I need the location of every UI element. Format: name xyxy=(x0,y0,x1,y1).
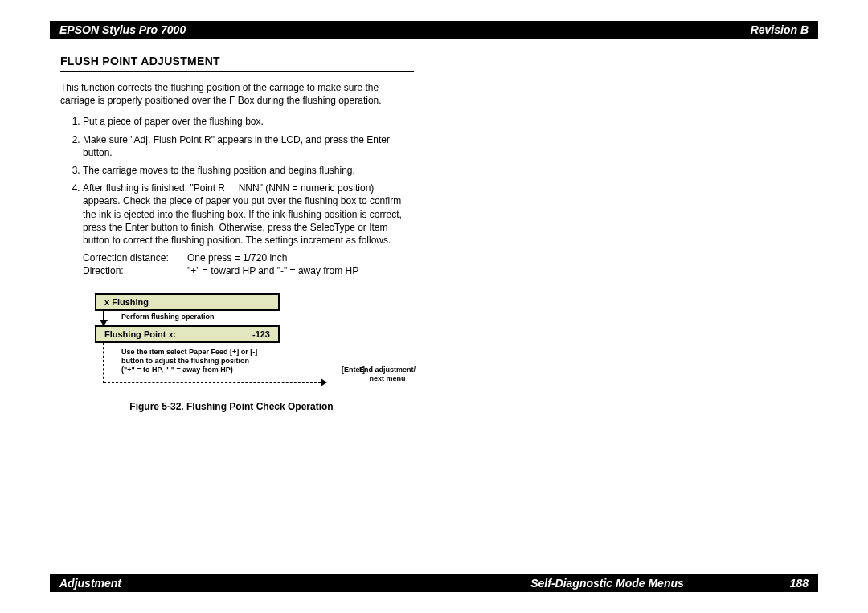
connector-line: Perform flushing operation xyxy=(103,311,416,325)
step-item: The carriage moves to the flushing posit… xyxy=(83,164,414,177)
footer-title: Self-Diagnostic Mode Menus xyxy=(424,577,789,590)
dashed-connector: Use the item select Paper Feed [+] or [-… xyxy=(103,343,416,383)
correction-label: Correction distance: xyxy=(83,251,187,264)
section-intro: This function corrects the flushing posi… xyxy=(60,81,414,107)
header-product: EPSON Stylus Pro 7000 xyxy=(59,23,751,36)
footer-section: Adjustment xyxy=(59,577,424,590)
step-item: Make sure "Adj. Flush Point R" appears i… xyxy=(83,133,414,159)
page-header: EPSON Stylus Pro 7000 Revision B xyxy=(50,21,818,39)
main-content: FLUSH POINT ADJUSTMENT This function cor… xyxy=(60,50,414,277)
note-line: button to adjust the flushing position xyxy=(121,357,249,365)
arrow-right-icon xyxy=(321,378,327,386)
note-line: ("+" = to HP, "-" = away from HP) xyxy=(121,366,233,374)
adjust-note: Use the item select Paper Feed [+] or [-… xyxy=(121,348,290,374)
end-label: End adjustment/ next menu xyxy=(359,366,416,383)
footer-page-number: 188 xyxy=(790,577,809,590)
header-revision: Revision B xyxy=(751,23,809,36)
step-item: Put a piece of paper over the flushing b… xyxy=(83,115,414,128)
lcd-text: x Flushing xyxy=(104,297,270,307)
steps-list: Put a piece of paper over the flushing b… xyxy=(60,115,414,247)
correction-value: One press = 1/720 inch xyxy=(187,251,414,264)
section-title: FLUSH POINT ADJUSTMENT xyxy=(60,50,414,72)
operation-note: Perform flushing operation xyxy=(121,313,215,321)
settings-table: Correction distance: One press = 1/720 i… xyxy=(83,251,414,277)
figure-caption: Figure 5-32. Flushing Point Check Operat… xyxy=(87,401,376,412)
lcd-box-flushing: x Flushing xyxy=(95,293,280,311)
document-page: EPSON Stylus Pro 7000 Revision B FLUSH P… xyxy=(0,0,868,613)
page-footer: Adjustment Self-Diagnostic Mode Menus 18… xyxy=(50,574,818,592)
lcd-point-label: Flushing Point x: xyxy=(104,329,252,339)
dashed-bottom-line xyxy=(104,375,321,383)
direction-value: "+" = toward HP and "-" = away from HP xyxy=(187,264,414,277)
note-line: Use the item select Paper Feed [+] or [-… xyxy=(121,348,257,356)
lcd-point-value: -123 xyxy=(252,329,270,339)
direction-label: Direction: xyxy=(83,264,187,277)
flowchart-diagram: x Flushing Perform flushing operation Fl… xyxy=(87,293,416,412)
lcd-box-point: Flushing Point x: -123 xyxy=(95,325,280,343)
step-item: After flushing is finished, "Point R NNN… xyxy=(83,182,414,247)
